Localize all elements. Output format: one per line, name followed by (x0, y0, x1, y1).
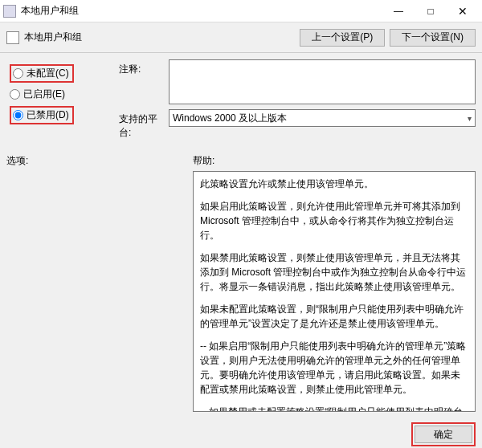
platform-label: 支持的平台: (119, 109, 169, 140)
help-paragraph: -- 如果禁用或未配置策略设置“限制用户只能使用列表中明确允许的管理单元”，则用… (200, 405, 468, 412)
help-textarea[interactable]: 此策略设置允许或禁止使用该管理单元。 如果启用此策略设置，则允许使用此管理单元并… (193, 171, 476, 412)
policy-icon (6, 31, 19, 44)
platform-value: Windows 2000 及以上版本 (173, 112, 287, 125)
radio-not-configured[interactable] (13, 68, 23, 79)
help-paragraph: 如果禁用此策略设置，则禁止使用该管理单元，并且无法将其添加到 Microsoft… (200, 250, 468, 294)
radio-disabled-label: 已禁用(D) (27, 108, 69, 122)
previous-setting-button[interactable]: 上一个设置(P) (300, 29, 385, 47)
close-button[interactable]: ✕ (447, 2, 479, 21)
comment-label: 注释: (119, 59, 169, 104)
help-label: 帮助: (193, 154, 214, 168)
next-setting-button[interactable]: 下一个设置(N) (390, 29, 476, 47)
window-icon (3, 5, 16, 18)
chevron-down-icon: ▾ (468, 114, 472, 123)
window-title: 本地用户和组 (21, 4, 382, 18)
policy-title: 本地用户和组 (24, 31, 295, 44)
help-paragraph: 此策略设置允许或禁止使用该管理单元。 (200, 177, 468, 191)
help-paragraph: 如果未配置此策略设置，则“限制用户只能使用列表中明确允许的管理单元”设置决定了是… (200, 302, 468, 331)
maximize-button[interactable]: □ (415, 2, 447, 21)
radio-enabled[interactable] (10, 89, 20, 100)
radio-disabled[interactable] (13, 110, 23, 120)
help-paragraph: -- 如果启用“限制用户只能使用列表中明确允许的管理单元”策略设置，则用户无法使… (200, 339, 468, 397)
ok-button[interactable]: 确定 (415, 426, 472, 443)
minimize-button[interactable]: — (382, 2, 415, 21)
radio-not-configured-label: 未配置(C) (27, 67, 69, 80)
comment-textarea[interactable] (169, 59, 476, 104)
help-paragraph: 如果启用此策略设置，则允许使用此管理单元并可将其添加到 Microsoft 管理… (200, 199, 468, 242)
platform-select[interactable]: Windows 2000 及以上版本 ▾ (169, 109, 476, 127)
options-label: 选项: (6, 154, 193, 168)
radio-enabled-label: 已启用(E) (23, 88, 65, 101)
